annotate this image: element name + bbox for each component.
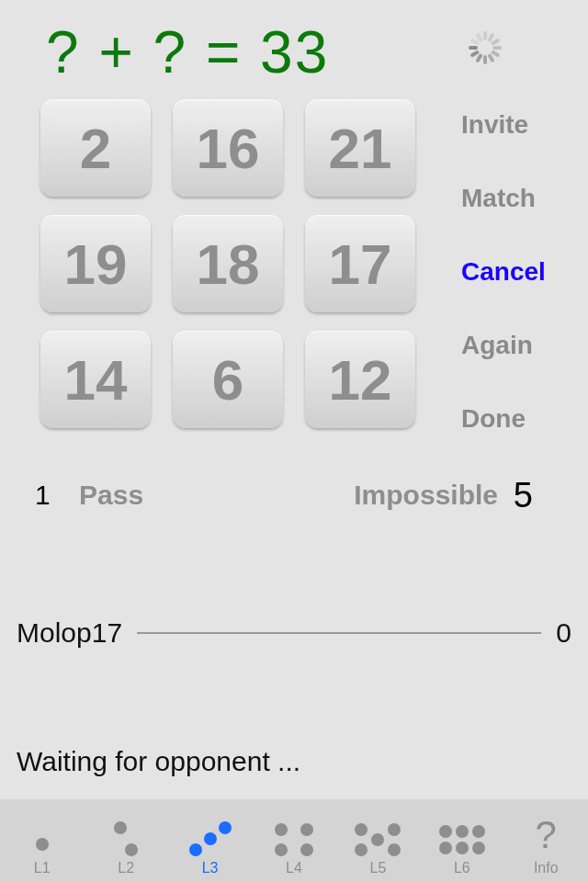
invite-button[interactable]: Invite [461,110,546,140]
player-row: Molop17 0 [17,617,571,649]
tile-6[interactable]: 14 [40,331,151,428]
done-button[interactable]: Done [461,404,546,434]
controls-row: 1 Pass Impossible 5 [35,480,555,511]
l3-icon [178,812,243,858]
cancel-button[interactable]: Cancel [461,257,546,287]
tile-7[interactable]: 6 [173,331,283,428]
question-mark-icon: ? [536,812,557,858]
tab-l1[interactable]: L1 [0,799,84,882]
equation: ? + ? = 33 [46,18,329,86]
pass-button[interactable]: Pass [79,480,143,511]
tile-3[interactable]: 19 [40,215,151,312]
right-counter: 5 [514,476,533,515]
tab-info[interactable]: ? Info [504,799,588,882]
tile-2[interactable]: 21 [305,99,415,197]
l1-icon [10,812,74,858]
tab-label: L3 [202,860,219,876]
tab-l6[interactable]: L6 [420,799,503,882]
status-text: Waiting for opponent ... [17,746,300,777]
tab-label: L2 [118,860,134,876]
tab-l5[interactable]: L5 [336,799,420,882]
tab-l4[interactable]: L4 [252,799,335,882]
impossible-button[interactable]: Impossible [354,480,498,511]
tab-label: Info [534,860,559,876]
again-button[interactable]: Again [461,331,546,360]
match-button[interactable]: Match [461,184,546,213]
player-score: 0 [556,617,571,649]
tab-label: L6 [454,860,470,876]
progress-bar [137,632,541,634]
tile-1[interactable]: 16 [173,99,283,197]
tab-l2[interactable]: L2 [84,799,167,882]
tab-label: L5 [370,860,387,876]
tab-bar: L1 L2 L3 L4 L5 [0,799,588,882]
tile-5[interactable]: 17 [305,215,415,312]
left-counter: 1 [35,480,79,511]
l4-icon [262,812,326,858]
tile-0[interactable]: 2 [40,99,151,197]
l6-icon [430,812,494,858]
tile-4[interactable]: 18 [173,215,283,312]
side-menu: Invite Match Cancel Again Done [461,110,546,434]
player-name: Molop17 [17,617,122,649]
number-grid: 2 16 21 19 18 17 14 6 12 [40,99,417,428]
tab-label: L4 [286,860,302,876]
l2-icon [94,812,158,858]
tab-l3[interactable]: L3 [168,799,252,882]
l5-icon [345,812,410,858]
tile-8[interactable]: 12 [305,331,415,428]
loading-spinner-icon [469,31,502,64]
tab-label: L1 [34,860,51,876]
